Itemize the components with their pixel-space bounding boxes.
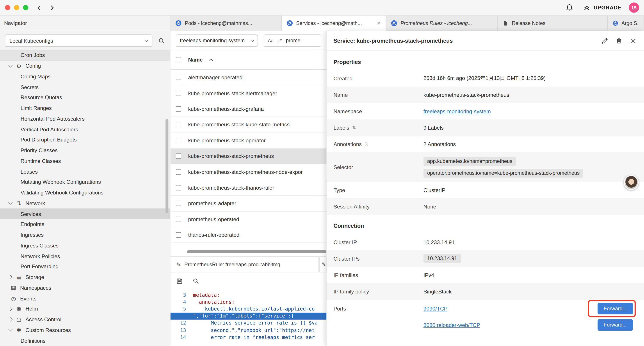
search-icon[interactable] [193,278,199,285]
row-checkbox[interactable] [176,153,181,159]
sidebar-item-secrets[interactable]: Secrets [0,82,170,92]
notification-count-badge[interactable]: 15 [629,2,639,13]
tab-prometheus-rules[interactable]: Prometheus Rules - icecheng... [386,15,498,31]
table-row[interactable]: alertmanager-operated [170,70,326,86]
table-row[interactable]: kube-prometheus-stack-alertmanager [170,85,326,101]
sidebar-item-priority-classes[interactable]: Priority Classes [0,145,170,156]
port-forward-button[interactable]: Forward... [598,319,633,331]
table-row[interactable]: thanos-ruler-operated [170,227,326,243]
regex-toggle[interactable]: .* [277,37,282,43]
row-checkbox[interactable] [176,169,181,175]
expand-sort-icon[interactable]: ⇅ [352,125,356,130]
table-row[interactable]: kube-prometheus-stack-prometheus-node-ex… [170,164,326,180]
sidebar-item-helm[interactable]: ☸ Helm [0,304,170,314]
table-row[interactable]: prometheus-adapter [170,196,326,212]
table-row-selected[interactable]: kube-prometheus-stack-prometheus [170,148,326,164]
tab-argo[interactable]: Argo S... [608,15,644,31]
edit-button[interactable] [600,37,608,45]
sidebar-item-limit-ranges[interactable]: Limit Ranges [0,103,170,113]
sidebar-item-ingress-classes[interactable]: Ingress Classes [0,240,170,251]
select-all-checkbox[interactable] [176,57,181,62]
dock-tab-prometheusrule[interactable]: ✎ PrometheusRule: freeleaps-prod-rabbitm… [170,257,318,272]
sidebar-item-config-maps[interactable]: Config Maps [0,71,170,82]
sidebar-item-definitions[interactable]: Definitions [0,335,170,346]
table-row[interactable]: kube-prometheus-stack-kube-state-metrics [170,117,326,133]
tab-release-notes[interactable]: Release Notes [498,15,608,31]
upgrade-button[interactable]: UPGRADE [583,4,622,11]
sidebar-item-config[interactable]: ⚙ Config [0,61,170,71]
maximize-window-button[interactable] [23,5,28,10]
sidebar-item-runtime-classes[interactable]: Runtime Classes [0,156,170,166]
row-checkbox[interactable] [176,106,181,111]
column-name-header[interactable]: Name [188,57,202,63]
sidebar-item-network-policies[interactable]: Network Policies [0,251,170,261]
sidebar-item-events[interactable]: ◷ Events [0,293,170,304]
port-link[interactable]: 8080:reloader-web/TCP [424,322,480,328]
sidebar-scrollbar[interactable] [166,119,168,213]
dock-tab-partial[interactable]: ✎ [319,257,326,272]
sidebar-item-mutating-webhook-configurations[interactable]: Mutating Webhook Configurations [0,177,170,187]
port-forward-button[interactable]: Forward... [598,303,633,314]
property-value: 10.233.14.91 [424,239,454,245]
sidebar-item-horizontal-pod-autoscalers[interactable]: Horizontal Pod Autoscalers [0,113,170,124]
forward-button[interactable] [47,3,56,12]
sidebar-item-port-forwarding[interactable]: Port Forwarding [0,262,170,272]
save-icon[interactable] [176,278,183,285]
row-checkbox[interactable] [176,75,181,80]
namespace-filter-select[interactable]: freeleaps-monitoring-system [176,34,258,46]
row-checkbox[interactable] [176,232,181,238]
sidebar-item-endpoints[interactable]: Endpoints [0,219,170,230]
sidebar-item-storage[interactable]: ▤ Storage [0,272,170,283]
scrollbar-thumb[interactable] [187,250,326,253]
annotations-count[interactable]: 2 Annotations [424,141,456,147]
match-case-toggle[interactable]: Aa [268,38,274,43]
row-checkbox[interactable] [176,90,181,96]
sidebar-item-ingresses[interactable]: Ingresses [0,230,170,240]
delete-button[interactable] [615,37,623,45]
table-row[interactable]: kube-prometheus-stack-grafana [170,101,326,117]
custom-resources-icon: ✱ [15,327,22,333]
expand-sort-icon[interactable]: ⇅ [364,141,368,146]
user-avatar[interactable] [624,175,638,190]
row-checkbox[interactable] [176,217,181,222]
table-row[interactable]: kube-prometheus-stack-thanos-ruler [170,180,326,196]
sidebar-item-services[interactable]: Services [0,209,170,219]
sidebar-item-leases[interactable]: Leases [0,166,170,177]
tab-pods[interactable]: Pods - icecheng@mathmas... [170,15,282,31]
property-label: Type [334,187,423,193]
navigator-tree: Cron Jobs ⚙ Config Config Maps Secrets R… [0,50,170,346]
row-checkbox[interactable] [176,185,181,190]
sidebar-item-namespaces[interactable]: ▦ Namespaces [0,283,170,293]
tab-services[interactable]: Services - icecheng@math... × [282,15,386,31]
namespace-link[interactable]: freeleaps-monitoring-system [424,108,491,114]
list-filter-bar: freeleaps-monitoring-system Aa .* prome [170,31,326,50]
minimize-window-button[interactable] [14,5,19,10]
notifications-button[interactable] [564,3,574,12]
sidebar-item-resource-quotas[interactable]: Resource Quotas [0,92,170,103]
search-icon[interactable] [158,37,165,44]
port-link[interactable]: 9090/TCP [424,306,448,312]
close-window-button[interactable] [5,5,10,10]
row-checkbox[interactable] [176,138,181,143]
kubeconfig-select[interactable]: Local Kubeconfigs [5,34,152,47]
drawer-actions [600,37,638,45]
sidebar-item-cron-jobs[interactable]: Cron Jobs [0,50,170,61]
yaml-editor[interactable]: 3metadata: 4 annotations: 5 kubectl.kube… [170,290,326,346]
sidebar-item-access-control[interactable]: ☖ Access Control [0,314,170,325]
back-button[interactable] [35,3,44,12]
row-checkbox[interactable] [176,122,181,127]
sidebar-item-validating-webhook-configurations[interactable]: Validating Webhook Configurations [0,187,170,198]
table-row[interactable]: prometheus-operated [170,212,326,227]
sidebar-item-vertical-pod-autoscalers[interactable]: Vertical Pod Autoscalers [0,124,170,134]
list-search-input[interactable]: Aa .* prome [264,34,321,46]
sidebar-item-custom-resources[interactable]: ✱ Custom Resources [0,325,170,335]
sidebar-item-network[interactable]: ⇅ Network [0,198,170,209]
chevron-right-icon [8,307,13,311]
close-drawer-button[interactable] [629,37,638,45]
close-tab-icon[interactable]: × [377,20,381,26]
horizontal-scrollbar[interactable] [170,250,326,254]
labels-count[interactable]: 9 Labels [424,125,444,131]
row-checkbox[interactable] [176,201,181,206]
sidebar-item-pod-disruption-budgets[interactable]: Pod Disruption Budgets [0,135,170,145]
table-row[interactable]: kube-prometheus-stack-operator [170,133,326,148]
